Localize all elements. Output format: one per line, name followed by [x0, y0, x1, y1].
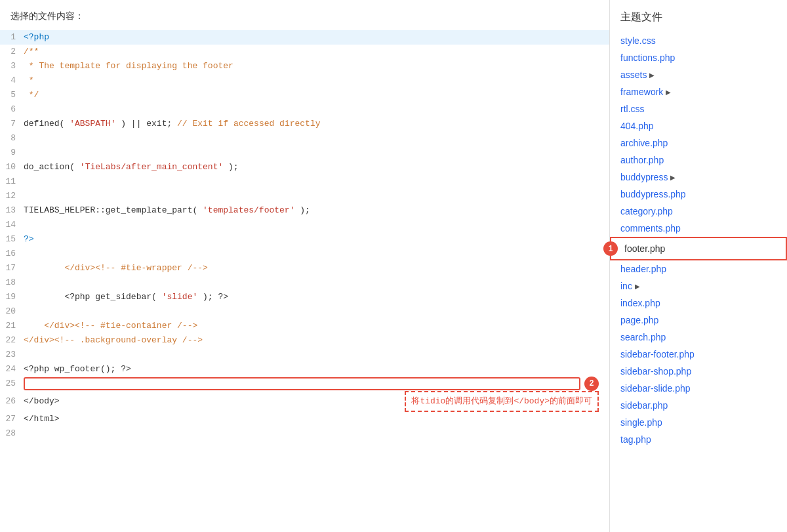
- file-name: sidebar-shop.php: [620, 366, 691, 377]
- line-number: 9: [0, 146, 24, 160]
- file-item-single-php[interactable]: single.php: [610, 414, 787, 431]
- line-number: 23: [0, 348, 24, 362]
- file-item-comments-php[interactable]: comments.php: [610, 220, 787, 237]
- file-item-inc[interactable]: inc ▶: [610, 277, 787, 295]
- badge-2: 2: [584, 377, 599, 391]
- code-line-12: 12: [0, 189, 609, 203]
- file-item-footer-php[interactable]: 1footer.php: [610, 237, 787, 260]
- code-line-9: 9: [0, 146, 609, 160]
- annotation-text: 将tidio的调用代码复制到</body>的前面即可: [405, 391, 599, 412]
- code-line-7: 7 defined( 'ABSPATH' ) || exit; // Exit …: [0, 117, 609, 131]
- right-panel-title: 主题文件: [610, 10, 787, 32]
- line-content: /**: [24, 45, 599, 59]
- file-item-functions-php[interactable]: functions.php: [610, 49, 787, 66]
- line-content: </div><!-- #tie-container /-->: [24, 319, 599, 333]
- file-item-buddypress-php[interactable]: buddypress.php: [610, 186, 787, 203]
- line-number: 17: [0, 261, 24, 276]
- file-item-tag-php[interactable]: tag.php: [610, 431, 787, 448]
- line-content: [24, 247, 599, 261]
- file-item-404-php[interactable]: 404.php: [610, 117, 787, 134]
- line-content: [24, 174, 599, 189]
- file-item-sidebar-footer-php[interactable]: sidebar-footer.php: [610, 346, 787, 363]
- file-item-search-php[interactable]: search.php: [610, 329, 787, 346]
- line-content: <?php: [24, 30, 599, 45]
- code-line-17: 17 </div><!-- #tie-wrapper /-->: [0, 261, 609, 276]
- folder-arrow-icon: ▶: [666, 89, 671, 96]
- file-item-buddypress[interactable]: buddypress ▶: [610, 169, 787, 186]
- file-name: rtl.css: [620, 104, 645, 114]
- file-name: archive.php: [620, 138, 668, 148]
- file-item-rtl-css[interactable]: rtl.css: [610, 100, 787, 117]
- code-line-1: 1 <?php: [0, 30, 609, 45]
- line-content: </html>: [24, 412, 599, 426]
- file-item-framework[interactable]: framework ▶: [610, 83, 787, 100]
- file-item-page-php[interactable]: page.php: [610, 312, 787, 329]
- code-line-14: 14: [0, 218, 609, 232]
- file-name: header.php: [620, 264, 666, 274]
- file-name: assets: [620, 70, 647, 80]
- line-number: 27: [0, 412, 24, 426]
- file-item-header-php[interactable]: header.php: [610, 260, 787, 277]
- line-number: 2: [0, 45, 24, 59]
- line-content: [24, 146, 599, 160]
- code-line-6: 6: [0, 102, 609, 117]
- file-item-sidebar-slide-php[interactable]: sidebar-slide.php: [610, 380, 787, 397]
- code-line-4: 4 *: [0, 73, 609, 88]
- line-content: ?>: [24, 232, 599, 247]
- code-line-20: 20: [0, 304, 609, 319]
- line-number: 21: [0, 319, 24, 333]
- line-content: * The template for displaying the footer: [24, 59, 599, 73]
- folder-arrow-icon: ▶: [649, 72, 655, 79]
- line-content: </div><!-- #tie-wrapper /-->: [24, 261, 599, 276]
- file-name: tag.php: [620, 434, 651, 445]
- line-number: 22: [0, 333, 24, 348]
- line-number: 13: [0, 203, 24, 218]
- file-item-sidebar-shop-php[interactable]: sidebar-shop.php: [610, 363, 787, 380]
- line-content: TIELABS_HELPER::get_template_part( 'temp…: [24, 203, 599, 218]
- line-number: 19: [0, 290, 24, 304]
- file-item-archive-php[interactable]: archive.php: [610, 134, 787, 152]
- line-content: </div><!-- .background-overlay /-->: [24, 333, 599, 348]
- file-item-category-php[interactable]: category.php: [610, 203, 787, 220]
- line-25-input[interactable]: [24, 377, 580, 390]
- file-name: style.css: [620, 35, 656, 46]
- line-content: */: [24, 88, 599, 102]
- code-line-23: 23: [0, 348, 609, 362]
- file-item-style-css[interactable]: style.css: [610, 32, 787, 49]
- code-line-24: 24 <?php wp_footer(); ?>: [0, 362, 609, 377]
- line-number: 8: [0, 131, 24, 146]
- file-name: author.php: [620, 155, 664, 165]
- code-area: 1 <?php 2 /** 3 * The template for displ…: [0, 30, 609, 441]
- line-content: *: [24, 73, 599, 88]
- code-line-5: 5 */: [0, 88, 609, 102]
- file-item-author-php[interactable]: author.php: [610, 152, 787, 169]
- line-number: 4: [0, 73, 24, 88]
- file-item-index-php[interactable]: index.php: [610, 295, 787, 312]
- file-item-assets[interactable]: assets ▶: [610, 66, 787, 83]
- file-name: category.php: [620, 206, 673, 216]
- line-number: 5: [0, 88, 24, 102]
- file-name: framework: [620, 87, 663, 97]
- code-line-26: 26 </body> 将tidio的调用代码复制到</body>的前面即可: [0, 391, 609, 412]
- file-name: search.php: [620, 332, 666, 342]
- line-number: 12: [0, 189, 24, 203]
- code-line-18: 18: [0, 276, 609, 290]
- code-line-11: 11: [0, 174, 609, 189]
- line-number: 20: [0, 304, 24, 319]
- line-content: [24, 304, 599, 319]
- line-content: </body>: [24, 394, 381, 409]
- code-line-19: 19 <?php get_sidebar( 'slide' ); ?>: [0, 290, 609, 304]
- section-title: 选择的文件内容：: [0, 10, 609, 30]
- line-number: 1: [0, 30, 24, 45]
- file-name: single.php: [620, 417, 662, 428]
- line-content: do_action( 'TieLabs/after_main_content' …: [24, 160, 599, 174]
- file-item-sidebar-php[interactable]: sidebar.php: [610, 397, 787, 414]
- file-list: style.cssfunctions.phpassets ▶framework …: [610, 32, 787, 448]
- line-content: [24, 189, 599, 203]
- code-line-8: 8: [0, 131, 609, 146]
- badge-1: 1: [603, 241, 618, 256]
- line-number: 6: [0, 102, 24, 117]
- file-name: page.php: [620, 315, 658, 325]
- file-name: 404.php: [620, 121, 654, 131]
- line-content: <?php get_sidebar( 'slide' ); ?>: [24, 290, 599, 304]
